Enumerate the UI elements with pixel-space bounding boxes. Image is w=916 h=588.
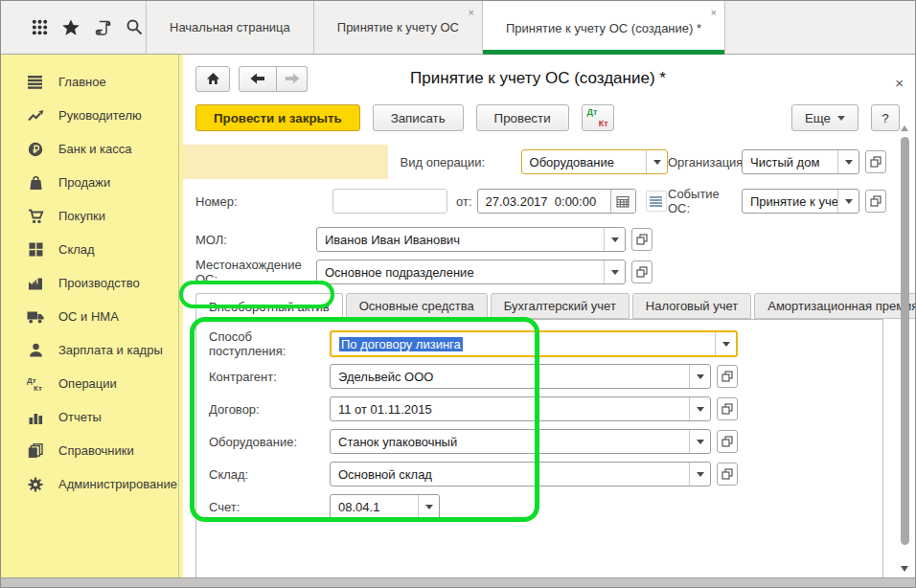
sidebar-item-label: ОС и НМА	[58, 309, 119, 324]
sidebar-item-bank-cash[interactable]: Банк и касса	[1, 132, 178, 166]
tab-os-acceptance[interactable]: Принятие к учету ОС ×	[313, 1, 482, 54]
dropdown-arrow-icon[interactable]	[689, 430, 710, 453]
dtkt-postings-button[interactable]: Дт Кт	[582, 104, 614, 131]
truck-icon	[27, 309, 44, 325]
back-button[interactable]	[239, 66, 277, 92]
dropdown-arrow-icon[interactable]	[715, 332, 736, 355]
main-menu-icon[interactable]	[30, 18, 49, 37]
close-icon[interactable]: ×	[711, 8, 717, 18]
tab-depreciation-bonus[interactable]: Амортизационная премия	[754, 293, 915, 319]
kt-label: Кт	[599, 119, 608, 128]
calendar-button[interactable]	[610, 190, 635, 213]
tab-fixed-assets[interactable]: Основные средства	[346, 293, 488, 319]
sidebar-item-label: Руководителю	[58, 108, 142, 123]
sidebar-item-manager[interactable]: Руководителю	[1, 99, 178, 132]
content-area: Главное Руководителю Банк и касса Продаж…	[1, 55, 915, 577]
arrow-left-icon	[250, 73, 265, 84]
tab-accounting[interactable]: Бухгалтерский учет	[491, 293, 630, 319]
trend-icon	[27, 108, 44, 124]
sidebar: Главное Руководителю Банк и касса Продаж…	[1, 55, 179, 577]
counterparty-open-button[interactable]	[717, 365, 738, 388]
sidebar-item-label: Отчеты	[58, 410, 102, 424]
forward-button[interactable]	[277, 66, 308, 92]
open-window-icon	[636, 234, 648, 245]
close-icon[interactable]: ×	[469, 8, 474, 18]
post-button[interactable]: Провести	[476, 104, 569, 131]
location-label: Местонахождение ОС:	[195, 258, 316, 286]
account-combo[interactable]: 08.04.1	[330, 494, 440, 519]
open-window-icon	[636, 266, 648, 278]
equipment-combo[interactable]: Станок упаковочный	[330, 429, 711, 454]
document-journal-button[interactable]	[646, 191, 667, 212]
sidebar-item-salary-hr[interactable]: Зарплата и кадры	[1, 333, 178, 367]
dropdown-arrow-icon[interactable]	[604, 260, 625, 283]
operation-kind-combo[interactable]: Оборудование	[521, 149, 668, 174]
warehouse-open-button[interactable]	[717, 463, 738, 486]
number-input[interactable]	[332, 189, 447, 214]
sidebar-item-reports[interactable]: Отчеты	[1, 400, 178, 434]
dropdown-arrow-icon[interactable]	[418, 495, 439, 518]
account-label: Счет:	[209, 500, 330, 514]
more-button[interactable]: Еще	[791, 104, 859, 131]
contract-row: Договор: 11 от 01.11.2015	[209, 393, 882, 425]
operation-kind-label: Вид операции:	[401, 155, 521, 170]
sidebar-item-sales[interactable]: Продажи	[1, 166, 178, 199]
dropdown-arrow-icon[interactable]	[646, 150, 667, 173]
home-button[interactable]	[195, 66, 230, 92]
equipment-label: Оборудование:	[209, 435, 330, 449]
scroll-up-icon[interactable]	[901, 125, 908, 131]
os-event-open-button[interactable]	[865, 190, 886, 213]
mol-open-button[interactable]	[631, 228, 653, 251]
organization-combo[interactable]: Чистый дом	[742, 149, 859, 174]
equipment-open-button[interactable]	[717, 430, 738, 453]
dropdown-arrow-icon[interactable]	[837, 190, 859, 213]
mol-combo[interactable]: Иванов Иван Иванович	[316, 227, 626, 252]
cart-icon	[27, 209, 44, 224]
sidebar-item-os-nma[interactable]: ОС и НМА	[1, 300, 178, 333]
os-event-combo[interactable]: Принятие к учету	[742, 189, 859, 214]
tab-home-page[interactable]: Начальная страница	[146, 1, 313, 54]
sidebar-item-purchases[interactable]: Покупки	[1, 199, 178, 233]
sidebar-item-main[interactable]: Главное	[1, 65, 178, 99]
save-button[interactable]: Записать	[373, 104, 464, 131]
acquisition-method-combo[interactable]: По договору лизинга	[330, 330, 738, 357]
calendar-icon	[616, 195, 630, 208]
tab-panel-noncurrent-asset: Способ поступления: По договору лизинга …	[195, 319, 883, 577]
organization-group: Организация: Чистый дом	[668, 149, 886, 174]
tab-tax-accounting[interactable]: Налоговый учет	[632, 293, 751, 319]
dropdown-arrow-icon[interactable]	[689, 365, 710, 388]
tab-os-acceptance-new[interactable]: Принятие к учету ОС (создание) * ×	[482, 1, 725, 55]
dropdown-arrow-icon[interactable]	[689, 463, 710, 486]
vertical-scrollbar[interactable]	[900, 125, 910, 577]
contract-combo[interactable]: 11 от 01.11.2015	[330, 396, 711, 421]
dropdown-arrow-icon[interactable]	[689, 397, 710, 420]
sidebar-item-operations[interactable]: ДтКт Операции	[1, 367, 178, 400]
sidebar-item-administration[interactable]: Администрирование	[1, 467, 178, 501]
warehouse-combo[interactable]: Основной склад	[330, 462, 711, 486]
sidebar-item-label: Главное	[58, 75, 106, 89]
search-icon[interactable]	[125, 18, 144, 37]
history-scroll-icon[interactable]	[93, 18, 112, 37]
post-and-close-button[interactable]: Провести и закрыть	[195, 104, 360, 131]
account-row: Счет: 08.04.1	[209, 490, 882, 523]
contract-open-button[interactable]	[717, 397, 738, 420]
scrollbar-thumb[interactable]	[901, 137, 909, 545]
date-field[interactable]: 27.03.2017 0:00:00	[477, 189, 636, 214]
counterparty-combo[interactable]: Эдельвейс ООО	[330, 364, 711, 389]
sidebar-item-production[interactable]: Производство	[1, 266, 178, 300]
location-combo[interactable]: Основное подразделение	[316, 260, 626, 284]
acquisition-method-label: Способ поступления:	[209, 329, 330, 358]
sidebar-item-references[interactable]: Справочники	[1, 434, 178, 467]
tab-noncurrent-asset[interactable]: Внеоборотный актив	[195, 293, 343, 320]
dropdown-arrow-icon[interactable]	[837, 150, 859, 173]
dropdown-arrow-icon[interactable]	[604, 228, 625, 251]
location-open-button[interactable]	[631, 260, 653, 283]
favorites-star-icon[interactable]	[61, 18, 80, 37]
sidebar-item-label: Операции	[58, 376, 117, 391]
help-button[interactable]: ?	[871, 104, 900, 131]
form-close-icon[interactable]: ×	[895, 76, 904, 90]
organization-open-button[interactable]	[865, 150, 886, 173]
contract-label: Договор:	[209, 402, 330, 417]
sidebar-item-warehouse[interactable]: Склад	[1, 233, 178, 266]
scroll-down-icon[interactable]	[901, 566, 908, 572]
